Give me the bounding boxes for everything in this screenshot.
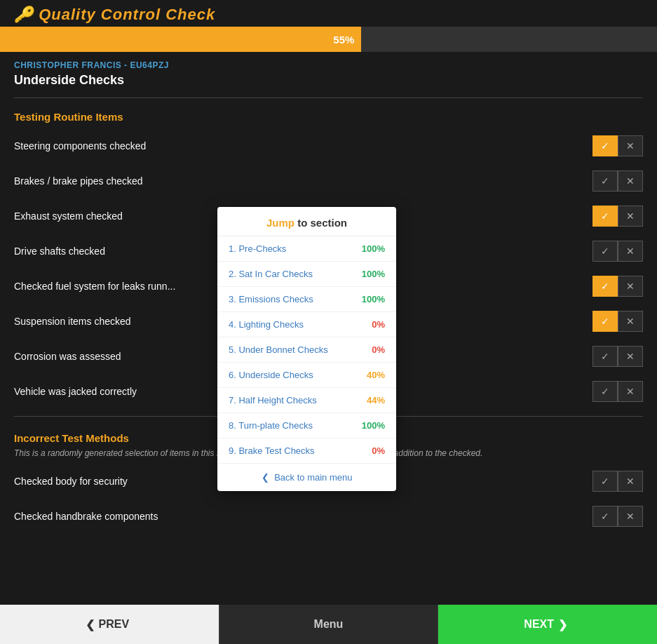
check-label-brakes: Brakes / brake pipes checked (14, 175, 592, 187)
btn-no-brakes[interactable]: ✕ (618, 170, 643, 192)
popup-section-2-pct: 100% (362, 269, 385, 279)
popup-section-8-label: 8. Turn-plate Checks (229, 420, 313, 431)
popup-section-7-label: 7. Half Height Checks (229, 395, 317, 405)
popup-section-5-label: 5. Under Bonnet Checks (229, 344, 328, 355)
popup-title-jump: Jump (266, 217, 294, 229)
check-label-steering: Steering components checked (14, 140, 592, 152)
check-item-steering: Steering components checked ✓ ✕ (0, 128, 657, 163)
btn-group-steering: ✓ ✕ (592, 135, 643, 156)
popup-section-9[interactable]: 9. Brake Test Checks 0% (217, 438, 396, 464)
back-arrow-icon: ❮ (262, 472, 269, 483)
popup-section-2-label: 2. Sat In Car Checks (229, 269, 313, 279)
check-item-brakes: Brakes / brake pipes checked ✓ ✕ (0, 163, 657, 199)
next-label: NEXT (524, 618, 554, 631)
popup-section-3-label: 3. Emissions Checks (229, 294, 313, 304)
popup-section-8[interactable]: 8. Turn-plate Checks 100% (217, 413, 396, 438)
btn-no-corrosion[interactable]: ✕ (618, 346, 643, 367)
popup-section-9-label: 9. Brake Test Checks (229, 445, 315, 456)
popup-header: Jump to section (217, 207, 396, 236)
jump-to-section-popup[interactable]: Jump to section 1. Pre-Checks 100% 2. Sa… (217, 207, 396, 491)
btn-group-fuel: ✓ ✕ (592, 276, 643, 297)
menu-button[interactable]: Menu (219, 605, 439, 644)
popup-section-3-pct: 100% (362, 294, 385, 304)
btn-group-exhaust: ✓ ✕ (592, 206, 643, 227)
popup-section-8-pct: 100% (362, 420, 385, 431)
popup-section-4-pct: 0% (372, 319, 385, 330)
popup-section-5[interactable]: 5. Under Bonnet Checks 0% (217, 337, 396, 363)
sub-header: CHRISTOPHER FRANCIS - EU64PZJ Underside … (0, 52, 657, 90)
divider-1 (14, 98, 643, 98)
popup-back-label: Back to main menu (274, 472, 352, 483)
prev-arrow-icon: ❮ (86, 618, 95, 631)
popup-section-5-pct: 0% (372, 344, 385, 355)
btn-yes-driveshafts[interactable]: ✓ (592, 241, 618, 262)
btn-yes-body-security[interactable]: ✓ (592, 471, 618, 492)
next-arrow-icon: ❯ (558, 618, 567, 631)
btn-no-fuel[interactable]: ✕ (618, 276, 643, 297)
btn-no-driveshafts[interactable]: ✕ (618, 241, 643, 262)
btn-yes-fuel[interactable]: ✓ (592, 276, 618, 297)
progress-label: 55% (333, 34, 354, 46)
btn-yes-steering[interactable]: ✓ (592, 135, 618, 156)
btn-group-body-security: ✓ ✕ (592, 471, 643, 492)
btn-group-suspension: ✓ ✕ (592, 311, 643, 332)
btn-no-steering[interactable]: ✕ (618, 135, 643, 156)
testing-routine-heading: Testing Routine Items (0, 105, 657, 128)
next-button[interactable]: NEXT ❯ (438, 605, 657, 644)
popup-section-7[interactable]: 7. Half Height Checks 44% (217, 388, 396, 413)
prev-label: PREV (99, 618, 130, 631)
btn-yes-exhaust[interactable]: ✓ (592, 206, 618, 227)
btn-yes-brakes[interactable]: ✓ (592, 170, 618, 192)
popup-section-6-pct: 40% (367, 370, 385, 380)
popup-section-1[interactable]: 1. Pre-Checks 100% (217, 236, 396, 262)
btn-yes-jacked[interactable]: ✓ (592, 381, 618, 402)
btn-no-suspension[interactable]: ✕ (618, 311, 643, 332)
progress-bar: 55% (0, 27, 361, 52)
client-name: CHRISTOPHER FRANCIS - EU64PZJ (14, 60, 643, 70)
btn-group-corrosion: ✓ ✕ (592, 346, 643, 367)
app-title: 🔑 Quality Control Check (0, 0, 657, 27)
popup-section-2[interactable]: 2. Sat In Car Checks 100% (217, 262, 396, 287)
btn-yes-suspension[interactable]: ✓ (592, 311, 618, 332)
popup-section-3[interactable]: 3. Emissions Checks 100% (217, 287, 396, 312)
btn-group-brakes: ✓ ✕ (592, 170, 643, 192)
popup-section-1-pct: 100% (362, 243, 385, 254)
prev-button[interactable]: ❮ PREV (0, 605, 219, 644)
popup-section-1-label: 1. Pre-Checks (229, 243, 286, 254)
check-item-handbrake: Checked handbrake components ✓ ✕ (0, 499, 657, 534)
check-label-handbrake: Checked handbrake components (14, 511, 592, 522)
section-title: Underside Checks (14, 73, 643, 88)
btn-group-driveshafts: ✓ ✕ (592, 241, 643, 262)
menu-label: Menu (314, 618, 344, 631)
popup-section-6[interactable]: 6. Underside Checks 40% (217, 363, 396, 388)
btn-no-handbrake[interactable]: ✕ (618, 506, 643, 527)
popup-section-9-pct: 0% (372, 445, 385, 456)
popup-section-4[interactable]: 4. Lighting Checks 0% (217, 312, 396, 337)
btn-no-exhaust[interactable]: ✕ (618, 206, 643, 227)
popup-section-4-label: 4. Lighting Checks (229, 319, 304, 330)
footer: ❮ PREV Menu NEXT ❯ (0, 605, 657, 644)
btn-yes-corrosion[interactable]: ✓ (592, 346, 618, 367)
popup-section-6-label: 6. Underside Checks (229, 370, 313, 380)
popup-section-7-pct: 44% (367, 395, 385, 405)
popup-title-rest: to section (294, 217, 347, 229)
btn-no-body-security[interactable]: ✕ (618, 471, 643, 492)
btn-no-jacked[interactable]: ✕ (618, 381, 643, 402)
btn-yes-handbrake[interactable]: ✓ (592, 506, 618, 527)
popup-back-button[interactable]: ❮ Back to main menu (217, 464, 396, 491)
progress-container: 55% (0, 27, 657, 52)
btn-group-handbrake: ✓ ✕ (592, 506, 643, 527)
btn-group-jacked: ✓ ✕ (592, 381, 643, 402)
